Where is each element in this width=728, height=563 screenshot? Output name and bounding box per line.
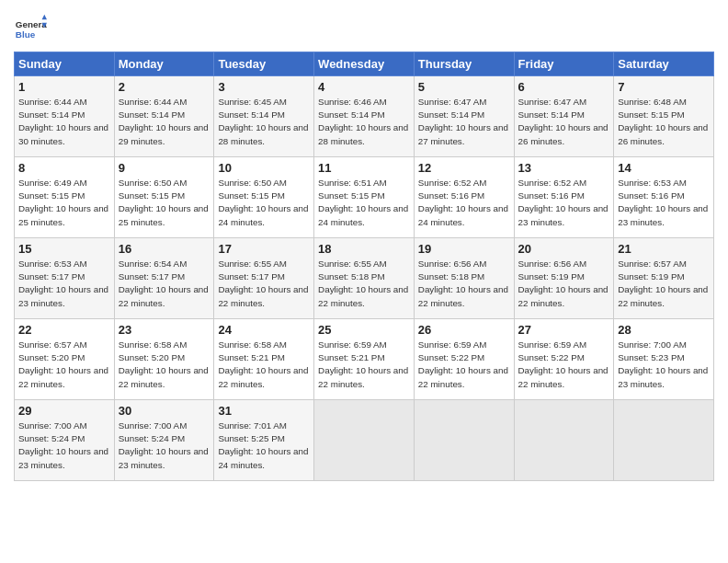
day-number: 5 [418, 80, 510, 94]
calendar-cell: 22Sunrise: 6:57 AMSunset: 5:20 PMDayligh… [15, 319, 115, 400]
day-number: 26 [418, 323, 510, 337]
day-info: Sunrise: 6:44 AMSunset: 5:14 PMDaylight:… [18, 96, 110, 148]
day-number: 28 [618, 323, 710, 337]
weekday-header-tuesday: Tuesday [214, 52, 314, 76]
calendar-table: SundayMondayTuesdayWednesdayThursdayFrid… [14, 52, 714, 481]
day-number: 19 [418, 242, 510, 256]
calendar-cell [414, 400, 514, 481]
calendar-header: SundayMondayTuesdayWednesdayThursdayFrid… [15, 52, 714, 76]
day-info: Sunrise: 6:59 AMSunset: 5:21 PMDaylight:… [318, 339, 410, 391]
calendar-cell: 6Sunrise: 6:47 AMSunset: 5:14 PMDaylight… [514, 76, 614, 157]
day-info: Sunrise: 6:49 AMSunset: 5:15 PMDaylight:… [18, 177, 110, 229]
calendar-cell [614, 400, 714, 481]
day-number: 25 [318, 323, 410, 337]
day-number: 14 [618, 161, 710, 175]
calendar-cell: 12Sunrise: 6:52 AMSunset: 5:16 PMDayligh… [414, 157, 514, 238]
weekday-header-thursday: Thursday [414, 52, 514, 76]
day-number: 29 [18, 404, 110, 418]
page-header: General Blue [14, 9, 714, 46]
day-info: Sunrise: 6:46 AMSunset: 5:14 PMDaylight:… [318, 96, 410, 148]
calendar-cell: 28Sunrise: 7:00 AMSunset: 5:23 PMDayligh… [614, 319, 714, 400]
calendar-cell: 20Sunrise: 6:56 AMSunset: 5:19 PMDayligh… [514, 238, 614, 319]
weekday-header-friday: Friday [514, 52, 614, 76]
day-number: 31 [218, 404, 310, 418]
day-info: Sunrise: 6:52 AMSunset: 5:16 PMDaylight:… [418, 177, 510, 229]
day-info: Sunrise: 6:59 AMSunset: 5:22 PMDaylight:… [418, 339, 510, 391]
day-info: Sunrise: 6:47 AMSunset: 5:14 PMDaylight:… [518, 96, 610, 148]
svg-text:General: General [16, 19, 47, 29]
day-number: 16 [119, 242, 210, 256]
day-info: Sunrise: 6:48 AMSunset: 5:15 PMDaylight:… [618, 96, 710, 148]
calendar-cell: 16Sunrise: 6:54 AMSunset: 5:17 PMDayligh… [114, 238, 214, 319]
calendar-week-1: 1Sunrise: 6:44 AMSunset: 5:14 PMDaylight… [15, 76, 714, 157]
svg-text:Blue: Blue [16, 29, 36, 40]
calendar-week-5: 29Sunrise: 7:00 AMSunset: 5:24 PMDayligh… [15, 400, 714, 481]
day-number: 17 [218, 242, 310, 256]
day-info: Sunrise: 6:58 AMSunset: 5:20 PMDaylight:… [119, 339, 210, 391]
calendar-cell: 25Sunrise: 6:59 AMSunset: 5:21 PMDayligh… [314, 319, 415, 400]
day-info: Sunrise: 6:53 AMSunset: 5:16 PMDaylight:… [618, 177, 710, 229]
day-info: Sunrise: 6:54 AMSunset: 5:17 PMDaylight:… [119, 258, 210, 310]
svg-marker-2 [42, 15, 47, 19]
calendar-cell: 2Sunrise: 6:44 AMSunset: 5:14 PMDaylight… [114, 76, 214, 157]
day-number: 13 [518, 161, 610, 175]
logo-icon: General Blue [14, 13, 47, 46]
calendar-cell: 10Sunrise: 6:50 AMSunset: 5:15 PMDayligh… [214, 157, 314, 238]
calendar-cell: 3Sunrise: 6:45 AMSunset: 5:14 PMDaylight… [214, 76, 314, 157]
day-number: 18 [318, 242, 410, 256]
day-number: 3 [218, 80, 310, 94]
calendar-week-3: 15Sunrise: 6:53 AMSunset: 5:17 PMDayligh… [15, 238, 714, 319]
day-number: 9 [119, 161, 210, 175]
day-number: 30 [119, 404, 210, 418]
calendar-week-2: 8Sunrise: 6:49 AMSunset: 5:15 PMDaylight… [15, 157, 714, 238]
day-info: Sunrise: 6:52 AMSunset: 5:16 PMDaylight:… [518, 177, 610, 229]
day-info: Sunrise: 6:50 AMSunset: 5:15 PMDaylight:… [218, 177, 310, 229]
day-number: 24 [218, 323, 310, 337]
calendar-cell [314, 400, 415, 481]
day-info: Sunrise: 6:53 AMSunset: 5:17 PMDaylight:… [18, 258, 110, 310]
logo: General Blue [14, 13, 47, 46]
day-number: 2 [119, 80, 210, 94]
calendar-cell: 15Sunrise: 6:53 AMSunset: 5:17 PMDayligh… [15, 238, 115, 319]
weekday-header-sunday: Sunday [15, 52, 115, 76]
calendar-week-4: 22Sunrise: 6:57 AMSunset: 5:20 PMDayligh… [15, 319, 714, 400]
day-info: Sunrise: 6:50 AMSunset: 5:15 PMDaylight:… [119, 177, 210, 229]
calendar-body: 1Sunrise: 6:44 AMSunset: 5:14 PMDaylight… [15, 76, 714, 481]
calendar-cell: 23Sunrise: 6:58 AMSunset: 5:20 PMDayligh… [114, 319, 214, 400]
calendar-cell: 26Sunrise: 6:59 AMSunset: 5:22 PMDayligh… [414, 319, 514, 400]
day-number: 21 [618, 242, 710, 256]
day-number: 1 [18, 80, 110, 94]
day-number: 11 [318, 161, 410, 175]
day-info: Sunrise: 6:56 AMSunset: 5:18 PMDaylight:… [418, 258, 510, 310]
day-info: Sunrise: 6:47 AMSunset: 5:14 PMDaylight:… [418, 96, 510, 148]
day-number: 27 [518, 323, 610, 337]
day-number: 7 [618, 80, 710, 94]
day-info: Sunrise: 6:51 AMSunset: 5:15 PMDaylight:… [318, 177, 410, 229]
day-info: Sunrise: 6:55 AMSunset: 5:18 PMDaylight:… [318, 258, 410, 310]
calendar-cell: 9Sunrise: 6:50 AMSunset: 5:15 PMDaylight… [114, 157, 214, 238]
calendar-cell: 8Sunrise: 6:49 AMSunset: 5:15 PMDaylight… [15, 157, 115, 238]
day-info: Sunrise: 6:45 AMSunset: 5:14 PMDaylight:… [218, 96, 310, 148]
day-info: Sunrise: 6:56 AMSunset: 5:19 PMDaylight:… [518, 258, 610, 310]
weekday-header-wednesday: Wednesday [314, 52, 415, 76]
calendar-cell: 1Sunrise: 6:44 AMSunset: 5:14 PMDaylight… [15, 76, 115, 157]
day-number: 4 [318, 80, 410, 94]
weekday-header-saturday: Saturday [614, 52, 714, 76]
calendar-cell: 18Sunrise: 6:55 AMSunset: 5:18 PMDayligh… [314, 238, 415, 319]
day-number: 23 [119, 323, 210, 337]
day-number: 20 [518, 242, 610, 256]
weekday-row: SundayMondayTuesdayWednesdayThursdayFrid… [15, 52, 714, 76]
calendar-cell: 27Sunrise: 6:59 AMSunset: 5:22 PMDayligh… [514, 319, 614, 400]
day-number: 6 [518, 80, 610, 94]
calendar-cell: 11Sunrise: 6:51 AMSunset: 5:15 PMDayligh… [314, 157, 415, 238]
calendar-cell: 4Sunrise: 6:46 AMSunset: 5:14 PMDaylight… [314, 76, 415, 157]
day-info: Sunrise: 6:57 AMSunset: 5:19 PMDaylight:… [618, 258, 710, 310]
day-info: Sunrise: 6:55 AMSunset: 5:17 PMDaylight:… [218, 258, 310, 310]
day-info: Sunrise: 7:00 AMSunset: 5:24 PMDaylight:… [119, 419, 210, 472]
calendar-cell [514, 400, 614, 481]
calendar-cell: 19Sunrise: 6:56 AMSunset: 5:18 PMDayligh… [414, 238, 514, 319]
day-number: 22 [18, 323, 110, 337]
calendar-cell: 29Sunrise: 7:00 AMSunset: 5:24 PMDayligh… [15, 400, 115, 481]
calendar-cell: 7Sunrise: 6:48 AMSunset: 5:15 PMDaylight… [614, 76, 714, 157]
calendar-cell: 17Sunrise: 6:55 AMSunset: 5:17 PMDayligh… [214, 238, 314, 319]
